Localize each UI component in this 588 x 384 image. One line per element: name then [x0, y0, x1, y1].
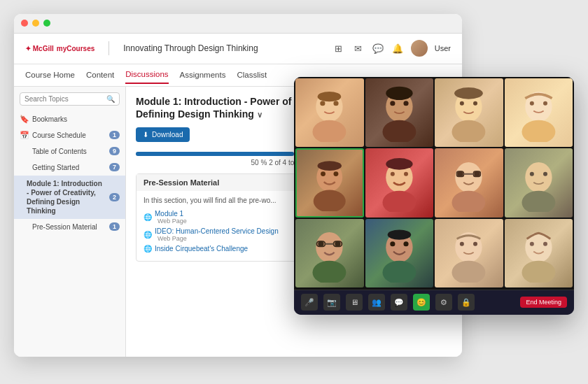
title-arrow[interactable]: ∨ — [257, 111, 262, 119]
bell-icon[interactable]: 🔔 — [391, 42, 404, 55]
mic-button[interactable]: 🎤 — [301, 294, 318, 311]
svg-point-53 — [452, 261, 486, 283]
sidebar-item-schedule[interactable]: 📅 Course Schedule 1 — [14, 127, 125, 143]
top-nav: ✦ McGill myCourses Innovating Through De… — [14, 34, 462, 64]
nav-divider — [108, 41, 109, 55]
download-button[interactable]: ⬇ Download — [136, 127, 190, 142]
person-svg-8 — [510, 154, 568, 213]
nav-course-home[interactable]: Course Home — [25, 66, 75, 83]
close-button[interactable] — [21, 20, 28, 27]
video-cell-4 — [505, 78, 573, 148]
sidebar-item-toc[interactable]: Table of Contents 9 — [14, 143, 125, 159]
mail-icon[interactable]: ✉ — [352, 42, 365, 55]
svg-point-8 — [403, 101, 408, 106]
person-svg-3 — [440, 83, 498, 142]
search-box[interactable]: 🔍 — [20, 92, 120, 106]
svg-point-21 — [321, 171, 326, 176]
settings-button[interactable]: ⚙ — [435, 294, 452, 311]
end-meeting-button[interactable]: End Meeting — [520, 297, 567, 308]
nav-classlist[interactable]: Classlist — [237, 66, 267, 83]
video-grid — [294, 77, 574, 290]
video-cell-2 — [365, 78, 434, 148]
bookmark-icon: 🔖 — [20, 115, 28, 124]
getting-started-badge: 7 — [109, 163, 120, 171]
sidebar-item-module1[interactable]: Module 1: Introduction - Power of Creati… — [14, 176, 125, 219]
maximize-button[interactable] — [43, 20, 50, 27]
globe-icon-3: 🌐 — [144, 245, 152, 253]
avatar[interactable] — [411, 40, 428, 57]
camera-button[interactable]: 📷 — [323, 294, 340, 311]
svg-point-22 — [333, 171, 338, 176]
reactions-button[interactable]: 😊 — [413, 294, 430, 311]
person-svg-9 — [300, 224, 358, 283]
chat-icon[interactable]: 💬 — [372, 42, 384, 55]
person-svg-2 — [370, 83, 428, 142]
svg-point-28 — [386, 158, 412, 170]
person-svg-11 — [440, 224, 498, 283]
video-toolbar: 🎤 📷 🖥 👥 💬 😊 ⚙ 🔒 End Meeting — [294, 290, 574, 315]
svg-point-54 — [460, 242, 464, 246]
svg-point-49 — [390, 241, 395, 246]
schedule-badge: 1 — [109, 131, 120, 139]
minimize-button[interactable] — [32, 20, 39, 27]
security-button[interactable]: 🔒 — [458, 294, 475, 311]
person-svg-4 — [510, 83, 568, 142]
svg-point-26 — [391, 171, 395, 176]
sidebar-item-bookmarks[interactable]: 🔖 Bookmarks — [14, 111, 125, 127]
sidebar: 🔍 🔖 Bookmarks 📅 Course Schedule 1 Table … — [14, 87, 126, 357]
share-button[interactable]: 🖥 — [346, 294, 363, 311]
search-input[interactable] — [24, 95, 106, 103]
video-cell-5 — [295, 148, 364, 218]
nav-discussions[interactable]: Discussions — [125, 66, 168, 84]
person-svg-1 — [300, 83, 358, 142]
chat-button[interactable]: 💬 — [391, 294, 407, 311]
svg-point-2 — [321, 101, 326, 106]
calendar-icon: 📅 — [20, 131, 28, 140]
svg-point-50 — [403, 241, 408, 246]
svg-point-9 — [386, 87, 412, 100]
person-svg-5 — [302, 155, 357, 211]
svg-point-57 — [522, 261, 555, 283]
nav-icons: ⊞ ✉ 💬 🔔 User — [332, 40, 451, 57]
browser-titlebar — [14, 14, 462, 34]
video-cell-11 — [435, 219, 503, 288]
svg-point-4 — [318, 92, 342, 101]
svg-point-58 — [530, 242, 534, 246]
mcgill-logo: ✦ McGill — [25, 45, 54, 52]
participants-button[interactable]: 👥 — [368, 294, 385, 311]
svg-point-17 — [530, 101, 534, 106]
svg-point-39 — [543, 171, 547, 176]
globe-icon-2: 🌐 — [144, 231, 152, 239]
svg-point-40 — [316, 232, 343, 262]
svg-point-16 — [522, 120, 555, 142]
video-cell-3 — [435, 78, 503, 148]
sidebar-label-bookmarks: Bookmarks — [32, 115, 67, 124]
sidebar-item-pre-session[interactable]: Pre-Session Material 1 — [14, 219, 125, 235]
svg-point-3 — [334, 101, 339, 106]
download-icon: ⬇ — [143, 131, 148, 138]
svg-point-27 — [404, 171, 408, 176]
video-cell-1 — [295, 78, 364, 148]
svg-point-18 — [543, 101, 547, 106]
video-cell-6 — [365, 148, 434, 218]
mycourses-logo: myCourses — [57, 45, 94, 52]
svg-point-48 — [382, 261, 416, 283]
sidebar-label-module1: Module 1: Introduction - Power of Creati… — [27, 179, 105, 215]
video-cell-10 — [365, 219, 434, 288]
sidebar-label-pre-session: Pre-Session Material — [32, 222, 97, 232]
grid-icon[interactable]: ⊞ — [332, 42, 345, 55]
nav-content[interactable]: Content — [86, 66, 114, 83]
svg-point-51 — [387, 230, 411, 240]
search-icon: 🔍 — [106, 95, 115, 103]
svg-point-13 — [473, 101, 477, 106]
toc-badge: 9 — [109, 147, 120, 155]
traffic-lights — [21, 20, 50, 27]
video-cell-9 — [295, 219, 364, 288]
svg-point-12 — [460, 101, 464, 106]
video-cell-12 — [505, 219, 573, 288]
svg-point-20 — [314, 190, 346, 211]
nav-assignments[interactable]: Assignments — [180, 66, 226, 83]
svg-point-1 — [313, 120, 346, 142]
svg-point-11 — [452, 120, 486, 142]
sidebar-item-getting-started[interactable]: Getting Started 7 — [14, 159, 125, 176]
